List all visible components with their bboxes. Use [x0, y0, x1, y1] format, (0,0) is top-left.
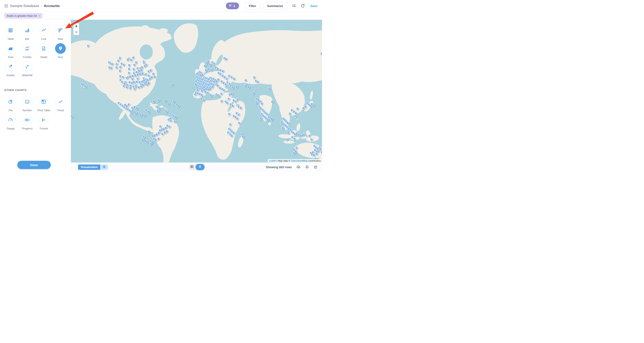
chart-type-progress[interactable]: Progress — [19, 115, 36, 130]
map-pin[interactable] — [171, 83, 174, 86]
map-pin[interactable] — [292, 151, 295, 154]
chart-type-combo[interactable]: Combo — [19, 43, 36, 59]
map-pin[interactable] — [71, 115, 73, 118]
map-pin[interactable] — [84, 85, 87, 88]
map-pin[interactable] — [313, 154, 316, 156]
map-pin[interactable] — [147, 70, 150, 73]
map-pin[interactable] — [126, 58, 129, 61]
chart-type-detail[interactable]: Detail — [36, 43, 52, 59]
map-pin[interactable] — [122, 63, 125, 66]
map-pin[interactable] — [133, 63, 136, 66]
map-pin[interactable] — [315, 152, 318, 155]
map-pin[interactable] — [210, 69, 213, 71]
chart-type-row[interactable]: Row — [52, 25, 69, 41]
chart-type-number[interactable]: 12 Number — [19, 96, 36, 112]
map-pin[interactable] — [110, 67, 112, 69]
bell-icon[interactable] — [305, 165, 309, 169]
zoom-in-button[interactable]: + — [74, 23, 79, 29]
map-pin[interactable] — [148, 74, 150, 77]
map-pin[interactable] — [294, 133, 296, 136]
save-button[interactable]: Save — [310, 4, 318, 8]
map-pin[interactable] — [312, 104, 315, 107]
map-pin[interactable] — [168, 125, 171, 128]
map-pin[interactable] — [309, 104, 312, 107]
map-pin[interactable] — [161, 133, 164, 135]
map-pin[interactable] — [152, 73, 155, 75]
map-pin[interactable] — [142, 72, 144, 75]
map-pin[interactable] — [224, 83, 227, 86]
map-pin[interactable] — [288, 112, 291, 115]
map-pin[interactable] — [115, 66, 118, 69]
filter-count-pill[interactable]: 1 — [226, 3, 239, 9]
map-pin[interactable] — [231, 86, 234, 89]
map-pin[interactable] — [223, 89, 226, 92]
map-pin[interactable] — [296, 116, 298, 119]
map-pin[interactable] — [235, 86, 238, 88]
map-pin[interactable] — [154, 75, 156, 78]
map-pin[interactable] — [260, 117, 262, 120]
map-pin[interactable] — [140, 114, 142, 117]
map-pin[interactable] — [165, 110, 168, 113]
chart-type-pie[interactable]: Pie — [2, 96, 19, 112]
map-pin[interactable] — [204, 64, 206, 67]
map-pin[interactable] — [302, 107, 305, 109]
map-pin[interactable] — [136, 73, 139, 76]
map-pin[interactable] — [139, 73, 142, 75]
map-pin[interactable] — [167, 102, 170, 105]
map-pin[interactable] — [118, 69, 121, 72]
map-pin[interactable] — [222, 70, 224, 73]
chart-type-funnel[interactable]: Funnel — [36, 115, 52, 130]
map-pin[interactable] — [154, 139, 157, 141]
map-pin[interactable] — [164, 100, 167, 102]
breadcrumb-table[interactable]: Accounts — [44, 4, 60, 8]
map-pin[interactable] — [134, 74, 136, 77]
leaflet-map[interactable]: + − Leaflet | Map data © OpenStreetMap c… — [71, 20, 322, 162]
map-pin[interactable] — [111, 63, 114, 65]
map-pin[interactable] — [256, 81, 259, 83]
map-pin[interactable] — [234, 100, 237, 103]
chart-type-gauge[interactable]: Gauge — [2, 115, 19, 130]
map-pin[interactable] — [293, 137, 296, 140]
map-pin[interactable] — [130, 82, 133, 84]
map-pin[interactable] — [225, 77, 228, 80]
map-pin[interactable] — [270, 118, 273, 120]
map-pin[interactable] — [286, 122, 289, 124]
map-pin[interactable] — [209, 94, 212, 97]
map-pin[interactable] — [152, 100, 155, 103]
map-pin[interactable] — [226, 102, 228, 104]
map-pin[interactable] — [204, 69, 207, 71]
map-pin[interactable] — [244, 84, 246, 87]
map-pin[interactable] — [141, 138, 144, 141]
map-pin[interactable] — [130, 59, 133, 61]
map-pin[interactable] — [242, 135, 244, 138]
map-pin[interactable] — [200, 94, 203, 96]
filter-chip[interactable]: Seats is greater than 10 × — [4, 13, 42, 19]
map-pin[interactable] — [133, 88, 136, 90]
map-pin[interactable] — [232, 132, 235, 134]
filter-button[interactable]: Filter — [245, 2, 260, 10]
map-pin[interactable] — [209, 63, 212, 66]
map-pin[interactable] — [146, 140, 148, 143]
map-pin[interactable] — [271, 100, 274, 103]
map-pin[interactable] — [115, 63, 118, 65]
map-pin[interactable] — [136, 80, 138, 83]
map-pin[interactable] — [233, 77, 236, 80]
map-pin[interactable] — [296, 107, 299, 110]
map-pin[interactable] — [206, 62, 208, 64]
map-pin[interactable] — [228, 93, 231, 96]
map-pin[interactable] — [136, 67, 139, 70]
map-pin[interactable] — [177, 105, 180, 107]
map-pin[interactable] — [143, 114, 146, 117]
visualization-settings-button[interactable] — [100, 164, 108, 170]
map-pin[interactable] — [134, 112, 137, 115]
map-pin[interactable] — [228, 75, 230, 77]
map-pin[interactable] — [122, 76, 124, 78]
map-pin[interactable] — [247, 86, 250, 88]
map-pin[interactable] — [141, 80, 144, 83]
map-pin[interactable] — [238, 122, 240, 124]
map-pin[interactable] — [138, 70, 141, 72]
leaflet-link[interactable]: Leaflet — [269, 160, 276, 162]
map-pin[interactable] — [144, 73, 147, 76]
map-pin[interactable] — [81, 83, 83, 86]
map-view-button[interactable] — [196, 164, 205, 170]
